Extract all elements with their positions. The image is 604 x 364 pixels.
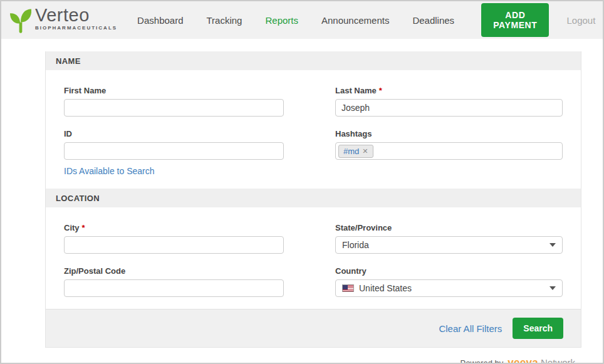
network-text: Network: [541, 357, 575, 364]
city-field: City*: [64, 223, 284, 254]
country-field: Country United States: [335, 266, 563, 297]
first-name-label: First Name: [64, 86, 284, 95]
search-filter-panel: NAME First Name Last Name* ID IDs Availa…: [45, 51, 581, 348]
name-section-header: NAME: [46, 51, 581, 70]
first-name-label-text: First Name: [64, 86, 106, 95]
first-name-field: First Name: [64, 86, 284, 117]
brand-name: Verteo: [35, 6, 117, 24]
powered-by-text: Powered by: [461, 358, 504, 364]
brand-tagline: BIOPHARMACEUTICALS: [35, 25, 117, 31]
id-label: ID: [64, 129, 284, 138]
add-payment-button[interactable]: ADD PAYMENT: [481, 3, 549, 37]
id-field: ID IDs Available to Search: [64, 129, 284, 177]
required-asterisk: *: [82, 223, 85, 232]
zip-label: Zip/Postal Code: [64, 266, 284, 276]
state-select[interactable]: Florida: [335, 236, 563, 254]
state-selected-value: Florida: [342, 240, 544, 250]
hashtag-chip-text: #md: [343, 146, 359, 157]
location-row-1: City* State/Province Florida: [64, 223, 563, 254]
zip-label-text: Zip/Postal Code: [64, 266, 125, 276]
country-selected-value: United States: [359, 283, 544, 293]
id-input[interactable]: [64, 142, 284, 160]
zip-field: Zip/Postal Code: [64, 266, 284, 297]
last-name-input[interactable]: [335, 99, 563, 117]
location-row-2: Zip/Postal Code Country United States: [64, 266, 563, 297]
us-flag-icon: [342, 284, 354, 292]
hashtags-label: Hashtags: [335, 129, 563, 138]
state-field: State/Province Florida: [335, 223, 563, 254]
chevron-down-icon: [549, 286, 556, 290]
panel-footer: Clear All Filters Search: [46, 309, 581, 347]
city-input[interactable]: [64, 236, 284, 254]
powered-by-bar: Powered by veeva Network: [1, 356, 603, 364]
country-label-text: Country: [335, 266, 367, 276]
hashtag-chip: #md ✕: [338, 145, 373, 158]
city-label-text: City: [64, 223, 80, 232]
remove-tag-icon[interactable]: ✕: [362, 148, 368, 155]
first-name-input[interactable]: [64, 99, 284, 117]
id-label-text: ID: [64, 129, 72, 138]
location-section-body: City* State/Province Florida Zip/Postal …: [46, 207, 581, 309]
hashtags-input[interactable]: #md ✕: [335, 142, 563, 160]
city-label: City*: [64, 223, 284, 232]
top-nav: Verteo BIOPHARMACEUTICALS Dashboard Trac…: [1, 1, 603, 39]
last-name-label-text: Last Name: [335, 86, 377, 95]
logo-text: Verteo BIOPHARMACEUTICALS: [35, 6, 117, 31]
logout-link[interactable]: Logout: [566, 15, 595, 26]
last-name-label: Last Name*: [335, 86, 563, 95]
required-asterisk: *: [379, 86, 382, 95]
verteo-logo[interactable]: Verteo BIOPHARMACEUTICALS: [10, 6, 117, 35]
name-section-body: First Name Last Name* ID IDs Available t…: [46, 70, 581, 189]
zip-input[interactable]: [64, 279, 284, 297]
nav-item-dashboard[interactable]: Dashboard: [137, 15, 183, 26]
chevron-down-icon: [549, 243, 556, 247]
leaf-icon: [10, 7, 31, 35]
hashtags-label-text: Hashtags: [335, 129, 372, 138]
last-name-field: Last Name*: [335, 86, 563, 117]
nav-item-announcements[interactable]: Announcements: [321, 15, 389, 26]
clear-all-filters-link[interactable]: Clear All Filters: [439, 323, 502, 334]
nav-item-tracking[interactable]: Tracking: [207, 15, 242, 26]
name-row-1: First Name Last Name*: [64, 86, 563, 117]
hashtags-field: Hashtags #md ✕: [335, 129, 563, 177]
app-window: Verteo BIOPHARMACEUTICALS Dashboard Trac…: [0, 0, 604, 364]
state-label-text: State/Province: [335, 223, 392, 232]
nav-links: Dashboard Tracking Reports Announcements…: [137, 15, 454, 26]
nav-item-reports[interactable]: Reports: [265, 15, 298, 26]
ids-available-link[interactable]: IDs Available to Search: [64, 166, 155, 176]
veeva-logo: veeva: [508, 356, 538, 364]
country-label: Country: [335, 266, 563, 276]
search-button[interactable]: Search: [513, 318, 563, 339]
name-row-2: ID IDs Available to Search Hashtags #md …: [64, 129, 563, 177]
location-section-header: LOCATION: [46, 189, 581, 207]
state-label: State/Province: [335, 223, 563, 232]
country-select[interactable]: United States: [335, 279, 563, 297]
nav-item-deadlines[interactable]: Deadlines: [412, 15, 454, 26]
